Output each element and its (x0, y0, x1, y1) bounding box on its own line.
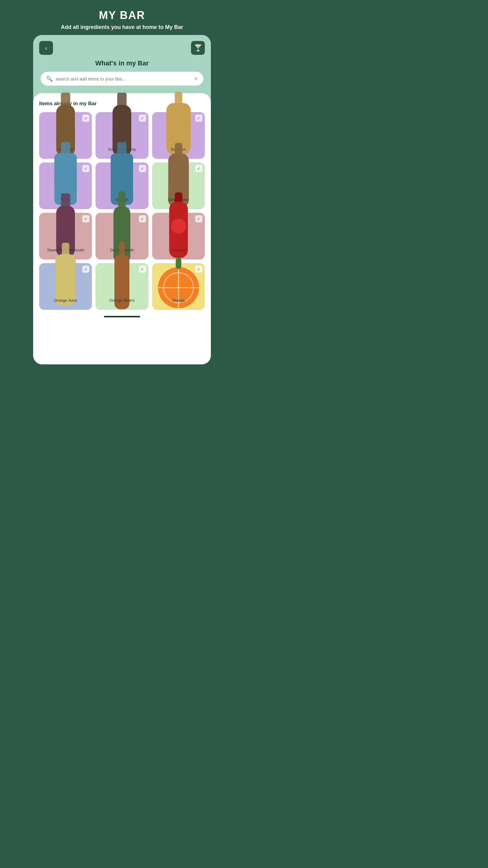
item-card-orange-bitters[interactable]: ✓ Orange Bitters (96, 263, 148, 310)
search-icon: 🔍 (46, 75, 53, 82)
item-image-orange-juice (42, 266, 89, 296)
check-badge: ✓ (195, 165, 202, 172)
item-label-orange-juice: Orange Juice (54, 298, 77, 303)
svg-rect-29 (55, 276, 76, 289)
cocktail-icon: 🍸 (194, 44, 202, 52)
svg-rect-18 (61, 193, 70, 208)
check-badge: ✓ (82, 215, 90, 222)
svg-rect-9 (61, 142, 70, 155)
search-bar: 🔍 ✕ (41, 72, 203, 86)
check-badge: ✓ (195, 115, 202, 122)
svg-rect-27 (62, 243, 69, 256)
card-top: ‹ 🍸 What's in my Bar 🔍 ✕ (33, 35, 211, 93)
item-card-orange-juice[interactable]: ✓ Orange Juice (39, 263, 92, 310)
back-icon: ‹ (45, 44, 47, 52)
clear-icon[interactable]: ✕ (194, 76, 198, 82)
check-badge: ✓ (139, 266, 146, 273)
app-card: ‹ 🍸 What's in my Bar 🔍 ✕ Items already i… (33, 35, 211, 364)
item-image-orange-bitters (98, 266, 145, 296)
svg-rect-11 (54, 172, 77, 187)
svg-rect-30 (119, 242, 125, 257)
item-label-orange: Orange (172, 298, 185, 303)
items-grid: ✓ Whiskey✓ Scotch Whiskey✓ Bourbon✓ Gin✓… (39, 112, 205, 310)
card-body: Items already in my Bar ✓ Whiskey✓ Scotc… (33, 93, 211, 364)
svg-rect-15 (175, 143, 182, 154)
svg-point-23 (116, 224, 127, 236)
item-label-orange-bitters: Orange Bitters (109, 298, 135, 303)
cocktail-button[interactable]: 🍸 (191, 41, 205, 55)
check-badge: ✓ (195, 266, 202, 273)
svg-point-26 (171, 219, 186, 234)
svg-rect-32 (115, 281, 130, 292)
svg-rect-6 (175, 92, 182, 105)
item-image-orange (155, 266, 202, 296)
check-badge: ✓ (82, 115, 90, 122)
check-badge: ✓ (82, 165, 90, 172)
svg-rect-3 (117, 93, 127, 107)
check-badge: ✓ (82, 266, 90, 273)
top-nav: ‹ 🍸 (39, 41, 205, 55)
svg-rect-14 (111, 172, 133, 187)
check-badge: ✓ (195, 215, 202, 222)
svg-rect-12 (117, 142, 127, 155)
search-input[interactable] (56, 76, 191, 82)
svg-rect-0 (61, 93, 70, 107)
item-card-orange[interactable]: ✓ Orange (152, 263, 205, 310)
page-title: MY BAR (6, 9, 238, 22)
svg-rect-37 (175, 258, 181, 269)
svg-rect-21 (119, 192, 126, 209)
check-badge: ✓ (139, 115, 146, 122)
page-subtitle: Add all ingredients you have at home to … (6, 24, 238, 30)
card-heading: What's in my Bar (39, 59, 205, 67)
check-badge: ✓ (139, 165, 146, 172)
back-button[interactable]: ‹ (39, 41, 53, 55)
check-badge: ✓ (139, 215, 146, 222)
